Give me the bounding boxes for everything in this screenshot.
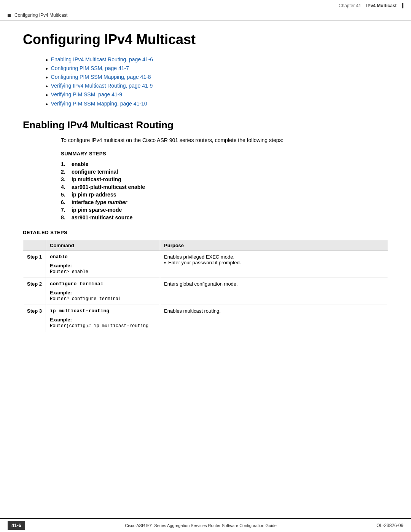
page-footer: 41-6 Cisco ASR 901 Series Aggregation Se… [0,518,411,532]
step-num-6: 6. [61,199,68,205]
step1-example-code: Router> enable [50,269,156,275]
page-title: Configuring IPv4 Multicast [23,32,388,47]
col-header-step [23,240,46,251]
col-header-command: Command [46,240,160,251]
step2-purpose: Enters global configuration mode. [160,278,388,305]
header-rule-icon [402,3,403,8]
step3-purpose: Enables multicast routing. [160,305,388,332]
step2-command: configure terminal [50,281,156,287]
step-cmd-4: asr901-platf-multicast enable [72,184,145,190]
summary-step-3: 3. ip multicast-routing [61,176,388,182]
toc-link-6[interactable]: Verifying PIM SSM Mapping, page 41-10 [51,101,147,107]
summary-step-1: 1. enable [61,161,388,167]
step-num-8: 8. [61,214,68,220]
step3-label: Step 3 [23,305,46,332]
step-cmd-8: asr901-multicast source [72,214,132,220]
step3-purpose-main: Enables multicast routing. [164,308,384,314]
col-header-purpose: Purpose [160,240,388,251]
toc-list: Enabling IPv4 Multicast Routing, page 41… [23,56,388,108]
toc-item-1: Enabling IPv4 Multicast Routing, page 41… [46,56,388,64]
step1-command-cell: enable Example: Router> enable [46,251,160,278]
toc-link-1[interactable]: Enabling IPv4 Multicast Routing, page 41… [51,56,153,62]
breadcrumb-text: Configuring IPv4 Multicast [14,13,67,18]
footer-doc-id: OL-23826-09 [376,523,403,528]
toc-item-5: Verifying PIM SSM, page 41-9 [46,91,388,99]
step1-command: enable [50,254,156,260]
toc-link-3[interactable]: Configuring PIM SSM Mapping, page 41-8 [51,74,151,80]
table-row-step2: Step 2 configure terminal Example: Route… [23,278,388,305]
toc-item-2: Configuring PIM SSM, page 41-7 [46,65,388,72]
toc-item-4: Verifying IPv4 Multicast Routing, page 4… [46,83,388,90]
step3-example-label: Example: [50,317,156,323]
step2-label: Step 2 [23,278,46,305]
summary-steps-heading: SUMMARY STEPS [61,151,388,157]
step-cmd-3: ip multicast-routing [72,176,121,182]
summary-step-7: 7. ip pim sparse-mode [61,207,388,213]
table-header-row: Command Purpose [23,240,388,251]
step-num-1: 1. [61,161,68,167]
summary-steps-container: SUMMARY STEPS 1. enable 2. configure ter… [23,151,388,220]
summary-steps-list: 1. enable 2. configure terminal 3. ip mu… [61,161,388,220]
step-num-5: 5. [61,192,68,198]
footer-left: 41-6 [8,521,25,530]
step1-purpose-bullet: Enter your password if prompted. [164,260,384,266]
footer-title: Cisco ASR 901 Series Aggregation Service… [25,523,376,528]
table-row-step1: Step 1 enable Example: Router> enable En… [23,251,388,278]
page-container: Chapter 41 IPv4 Multicast Configuring IP… [0,0,411,532]
step-cmd-2: configure terminal [72,169,118,175]
step2-example-label: Example: [50,290,156,296]
summary-step-4: 4. asr901-platf-multicast enable [61,184,388,190]
step3-example-code: Router(config)# ip multicast-routing [50,323,156,329]
step-num-4: 4. [61,184,68,190]
toc-link-5[interactable]: Verifying PIM SSM, page 41-9 [51,91,123,97]
step1-label: Step 1 [23,251,46,278]
step1-purpose-main: Enables privileged EXEC mode. [164,254,384,260]
footer-title-text: Cisco ASR 901 Series Aggregation Service… [125,523,277,528]
header-section: IPv4 Multicast [366,3,397,8]
footer-page-number: 41-6 [8,521,25,530]
toc-item-3: Configuring PIM SSM Mapping, page 41-8 [46,74,388,81]
toc-link-2[interactable]: Configuring PIM SSM, page 41-7 [51,65,129,71]
table-row-step3: Step 3 ip multicast-routing Example: Rou… [23,305,388,332]
step2-command-cell: configure terminal Example: Router# conf… [46,278,160,305]
step2-example-code: Router# configure terminal [50,296,156,302]
toc-item-6: Verifying PIM SSM Mapping, page 41-10 [46,101,388,108]
header-chapter: Chapter 41 [339,3,361,8]
section1-heading: Enabling IPv4 Multicast Routing [23,119,388,131]
step-cmd-7: ip pim sparse-mode [72,207,122,213]
step-num-7: 7. [61,207,68,213]
step-cmd-6: interface type number [72,199,127,205]
toc-link-4[interactable]: Verifying IPv4 Multicast Routing, page 4… [51,83,153,89]
step-num-3: 3. [61,176,68,182]
page-header: Chapter 41 IPv4 Multicast [0,0,411,10]
summary-step-2: 2. configure terminal [61,169,388,175]
step-num-2: 2. [61,169,68,175]
breadcrumb: Configuring IPv4 Multicast [0,10,411,21]
step1-example-label: Example: [50,263,156,268]
section1-intro: To configure IPv4 multicast on the Cisco… [23,137,388,143]
summary-step-6: 6. interface type number [61,199,388,205]
step3-command: ip multicast-routing [50,308,156,314]
step3-command-cell: ip multicast-routing Example: Router(con… [46,305,160,332]
step-cmd-5: ip pim rp-address [72,192,116,198]
summary-step-8: 8. asr901-multicast source [61,214,388,220]
detailed-steps-heading: DETAILED STEPS [23,230,388,235]
detailed-steps-table: Command Purpose Step 1 enable Example: R… [23,240,388,332]
step2-purpose-main: Enters global configuration mode. [164,281,384,287]
breadcrumb-icon [8,14,11,17]
summary-step-5: 5. ip pim rp-address [61,192,388,198]
step-cmd-1: enable [72,161,88,167]
main-content: Configuring IPv4 Multicast Enabling IPv4… [0,21,411,355]
step1-purpose: Enables privileged EXEC mode. Enter your… [160,251,388,278]
